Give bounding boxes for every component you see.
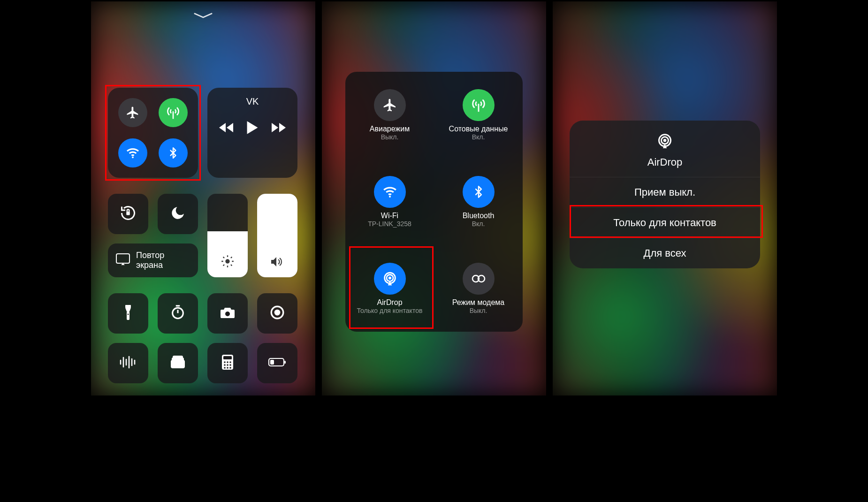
camera-icon <box>220 306 236 321</box>
svg-point-27 <box>225 312 230 316</box>
svg-rect-8 <box>116 254 129 263</box>
cellular-data-tile[interactable]: Сотовые данные Вкл. <box>434 72 523 159</box>
bluetooth-icon <box>463 176 495 208</box>
moon-icon <box>170 205 186 223</box>
play-button[interactable] <box>246 120 259 137</box>
airdrop-tile[interactable]: AirDrop Только для контактов <box>345 245 434 332</box>
svg-point-46 <box>229 364 231 366</box>
svg-rect-52 <box>270 360 274 365</box>
screenshot-airdrop-menu: AirDrop Прием выкл. Только для контактов… <box>551 0 778 397</box>
svg-point-44 <box>224 364 226 366</box>
svg-point-10 <box>225 259 229 263</box>
bluetooth-icon <box>159 138 188 167</box>
airplane-icon <box>374 89 406 121</box>
sun-icon <box>221 255 234 270</box>
svg-line-18 <box>231 257 232 258</box>
record-icon <box>269 304 285 322</box>
battery-icon <box>268 357 287 369</box>
svg-marker-19 <box>271 257 276 266</box>
do-not-disturb-button[interactable] <box>158 194 198 234</box>
airdrop-icon <box>374 263 406 295</box>
calculator-button[interactable] <box>207 343 248 383</box>
svg-point-43 <box>229 361 231 363</box>
wallet-button[interactable] <box>158 343 198 383</box>
svg-rect-20 <box>125 305 131 308</box>
calculator-icon <box>221 354 234 372</box>
airplane-mode-tile[interactable]: Авиарежим Выкл. <box>345 72 434 159</box>
svg-line-15 <box>223 257 224 258</box>
airdrop-option-contacts[interactable]: Только для контактов <box>570 207 760 238</box>
svg-point-42 <box>227 361 228 363</box>
svg-rect-51 <box>284 361 286 364</box>
timer-button[interactable] <box>158 293 198 334</box>
svg-point-47 <box>224 367 226 369</box>
hotspot-tile[interactable]: Режим модема Выкл. <box>434 245 523 332</box>
wifi-icon <box>118 138 147 167</box>
screen-mirror-label: Повтор экрана <box>136 251 164 270</box>
svg-line-17 <box>223 265 224 266</box>
wifi-toggle[interactable] <box>118 138 147 167</box>
timer-icon <box>170 304 186 322</box>
connectivity-module[interactable] <box>108 88 198 178</box>
svg-point-55 <box>388 276 391 279</box>
airdrop-option-everyone[interactable]: Для всех <box>570 238 760 268</box>
svg-point-49 <box>229 367 231 369</box>
airdrop-option-off[interactable]: Прием выкл. <box>570 177 760 207</box>
svg-point-23 <box>128 314 129 315</box>
svg-marker-21 <box>125 308 131 312</box>
bluetooth-toggle[interactable] <box>159 138 188 167</box>
low-power-button[interactable] <box>257 343 297 383</box>
bluetooth-tile[interactable]: Bluetooth Вкл. <box>434 159 523 245</box>
wifi-icon <box>374 176 406 208</box>
cellular-data-toggle[interactable] <box>159 98 188 127</box>
svg-rect-40 <box>223 356 232 359</box>
svg-rect-22 <box>127 312 129 320</box>
svg-point-41 <box>224 361 226 363</box>
wifi-tile[interactable]: Wi-Fi TP-LINK_3258 <box>345 159 434 245</box>
airdrop-icon <box>655 132 674 152</box>
airplane-icon <box>118 98 147 127</box>
svg-marker-3 <box>227 123 233 132</box>
svg-marker-2 <box>219 123 226 132</box>
svg-marker-5 <box>272 123 278 132</box>
screen-record-button[interactable] <box>257 293 297 334</box>
svg-rect-38 <box>173 356 183 359</box>
svg-point-60 <box>663 139 667 142</box>
flashlight-icon <box>123 304 133 323</box>
camera-button[interactable] <box>207 293 248 334</box>
svg-marker-4 <box>247 121 258 134</box>
svg-point-45 <box>227 364 228 366</box>
voice-memos-button[interactable] <box>108 343 148 383</box>
svg-marker-6 <box>279 123 286 132</box>
waveform-icon <box>119 356 137 371</box>
screenshot-connectivity-expanded: Авиарежим Выкл. Сотовые данные Вкл. Wi-F… <box>320 0 548 397</box>
airplane-mode-toggle[interactable] <box>118 98 147 127</box>
rewind-button[interactable] <box>218 122 234 135</box>
wallet-icon <box>170 355 186 371</box>
hotspot-icon <box>463 263 495 295</box>
brightness-slider[interactable] <box>207 194 248 277</box>
screenshot-control-center: VK Повтор экрана <box>90 0 317 397</box>
antenna-icon <box>159 98 188 127</box>
svg-point-29 <box>274 310 281 316</box>
airdrop-menu: AirDrop Прием выкл. Только для контактов… <box>570 121 760 268</box>
media-module[interactable]: VK <box>207 88 297 178</box>
connectivity-panel: Авиарежим Выкл. Сотовые данные Вкл. Wi-F… <box>345 72 523 332</box>
screen-mirroring-button[interactable]: Повтор экрана <box>108 243 198 277</box>
svg-point-54 <box>389 196 391 198</box>
media-source-label: VK <box>207 96 297 107</box>
svg-line-16 <box>231 265 232 266</box>
speaker-icon <box>270 256 284 270</box>
svg-point-48 <box>227 367 228 369</box>
screen-mirror-icon <box>115 253 130 268</box>
flashlight-button[interactable] <box>108 293 148 334</box>
volume-slider[interactable] <box>257 194 297 277</box>
svg-point-1 <box>132 156 134 158</box>
collapse-chevron-icon[interactable] <box>193 12 213 19</box>
svg-rect-7 <box>126 212 130 215</box>
forward-button[interactable] <box>271 122 287 135</box>
airdrop-menu-title: AirDrop <box>647 156 683 168</box>
orientation-lock-icon <box>120 205 137 223</box>
antenna-icon <box>463 89 495 121</box>
orientation-lock-button[interactable] <box>108 194 148 234</box>
